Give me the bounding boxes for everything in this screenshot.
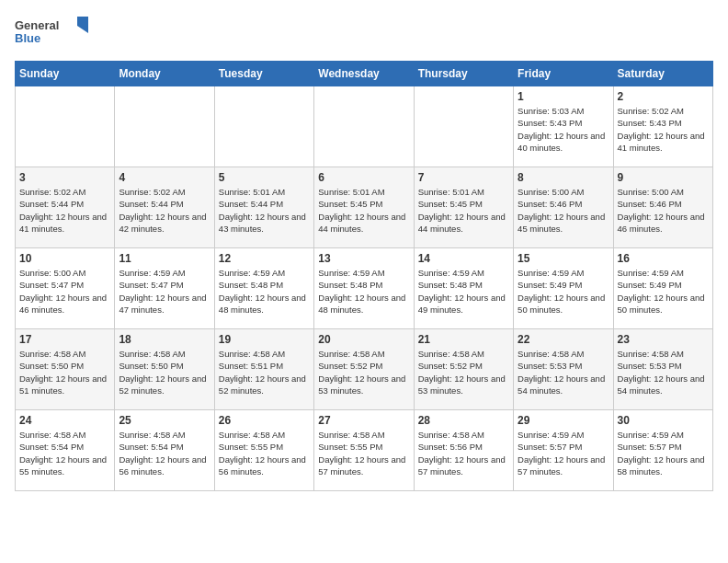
day-info: Sunrise: 4:58 AMSunset: 5:52 PMDaylight:… xyxy=(318,348,409,396)
day-number: 14 xyxy=(418,252,509,265)
day-info: Sunrise: 4:58 AMSunset: 5:54 PMDaylight:… xyxy=(19,429,110,477)
day-number: 24 xyxy=(19,414,110,427)
day-number: 26 xyxy=(219,414,310,427)
day-number: 5 xyxy=(219,171,310,184)
calendar-cell: 25Sunrise: 4:58 AMSunset: 5:54 PMDayligh… xyxy=(115,410,214,491)
calendar-cell: 6Sunrise: 5:01 AMSunset: 5:45 PMDaylight… xyxy=(314,167,414,248)
weekday-header-saturday: Saturday xyxy=(613,62,712,86)
day-number: 23 xyxy=(618,333,709,346)
logo-svg: General Blue xyxy=(15,15,88,50)
day-info: Sunrise: 4:59 AMSunset: 5:57 PMDaylight:… xyxy=(518,429,609,477)
day-number: 9 xyxy=(618,171,709,184)
calendar-cell: 15Sunrise: 4:59 AMSunset: 5:49 PMDayligh… xyxy=(514,248,613,329)
calendar-cell: 30Sunrise: 4:59 AMSunset: 5:57 PMDayligh… xyxy=(613,410,712,491)
calendar-cell: 18Sunrise: 4:58 AMSunset: 5:50 PMDayligh… xyxy=(115,329,214,410)
calendar-cell xyxy=(16,86,115,167)
calendar-cell: 21Sunrise: 4:58 AMSunset: 5:52 PMDayligh… xyxy=(414,329,513,410)
calendar-cell xyxy=(214,86,313,167)
day-info: Sunrise: 5:00 AMSunset: 5:47 PMDaylight:… xyxy=(19,267,110,316)
day-number: 30 xyxy=(618,414,709,427)
weekday-header-sunday: Sunday xyxy=(16,62,115,86)
day-info: Sunrise: 4:58 AMSunset: 5:53 PMDaylight:… xyxy=(518,348,609,396)
day-info: Sunrise: 4:59 AMSunset: 5:48 PMDaylight:… xyxy=(318,267,409,316)
day-info: Sunrise: 5:01 AMSunset: 5:44 PMDaylight:… xyxy=(219,186,310,235)
week-row-1: 1Sunrise: 5:03 AMSunset: 5:43 PMDaylight… xyxy=(16,86,713,167)
day-info: Sunrise: 4:58 AMSunset: 5:50 PMDaylight:… xyxy=(119,348,210,396)
week-row-4: 17Sunrise: 4:58 AMSunset: 5:50 PMDayligh… xyxy=(16,329,713,410)
day-info: Sunrise: 5:03 AMSunset: 5:43 PMDaylight:… xyxy=(518,105,609,154)
day-info: Sunrise: 4:58 AMSunset: 5:56 PMDaylight:… xyxy=(418,429,509,477)
weekday-header-tuesday: Tuesday xyxy=(214,62,313,86)
day-info: Sunrise: 4:59 AMSunset: 5:49 PMDaylight:… xyxy=(618,267,709,316)
day-info: Sunrise: 4:58 AMSunset: 5:50 PMDaylight:… xyxy=(19,348,110,396)
day-info: Sunrise: 4:59 AMSunset: 5:48 PMDaylight:… xyxy=(418,267,509,316)
calendar-cell: 27Sunrise: 4:58 AMSunset: 5:55 PMDayligh… xyxy=(314,410,414,491)
calendar: SundayMondayTuesdayWednesdayThursdayFrid… xyxy=(15,61,713,491)
weekday-header-friday: Friday xyxy=(514,62,613,86)
day-info: Sunrise: 4:58 AMSunset: 5:53 PMDaylight:… xyxy=(618,348,709,396)
day-info: Sunrise: 4:59 AMSunset: 5:48 PMDaylight:… xyxy=(219,267,310,316)
weekday-header-row: SundayMondayTuesdayWednesdayThursdayFrid… xyxy=(16,62,713,86)
day-number: 22 xyxy=(518,333,609,346)
calendar-cell: 10Sunrise: 5:00 AMSunset: 5:47 PMDayligh… xyxy=(16,248,115,329)
calendar-cell: 26Sunrise: 4:58 AMSunset: 5:55 PMDayligh… xyxy=(214,410,313,491)
logo: General Blue xyxy=(15,15,88,50)
calendar-cell: 3Sunrise: 5:02 AMSunset: 5:44 PMDaylight… xyxy=(16,167,115,248)
day-number: 2 xyxy=(618,90,709,103)
day-number: 7 xyxy=(418,171,509,184)
calendar-cell: 14Sunrise: 4:59 AMSunset: 5:48 PMDayligh… xyxy=(414,248,513,329)
day-info: Sunrise: 4:58 AMSunset: 5:51 PMDaylight:… xyxy=(219,348,310,396)
calendar-cell: 2Sunrise: 5:02 AMSunset: 5:43 PMDaylight… xyxy=(613,86,712,167)
calendar-cell: 20Sunrise: 4:58 AMSunset: 5:52 PMDayligh… xyxy=(314,329,414,410)
calendar-cell: 24Sunrise: 4:58 AMSunset: 5:54 PMDayligh… xyxy=(16,410,115,491)
day-number: 19 xyxy=(219,333,310,346)
calendar-cell: 13Sunrise: 4:59 AMSunset: 5:48 PMDayligh… xyxy=(314,248,414,329)
day-number: 25 xyxy=(119,414,210,427)
calendar-cell: 1Sunrise: 5:03 AMSunset: 5:43 PMDaylight… xyxy=(514,86,613,167)
svg-text:Blue: Blue xyxy=(15,31,40,45)
svg-text:General: General xyxy=(15,18,59,32)
week-row-3: 10Sunrise: 5:00 AMSunset: 5:47 PMDayligh… xyxy=(16,248,713,329)
day-number: 27 xyxy=(318,414,409,427)
calendar-cell: 28Sunrise: 4:58 AMSunset: 5:56 PMDayligh… xyxy=(414,410,513,491)
day-info: Sunrise: 5:02 AMSunset: 5:44 PMDaylight:… xyxy=(19,186,110,235)
day-number: 29 xyxy=(518,414,609,427)
day-info: Sunrise: 5:01 AMSunset: 5:45 PMDaylight:… xyxy=(418,186,509,235)
svg-marker-2 xyxy=(77,17,88,33)
calendar-cell: 11Sunrise: 4:59 AMSunset: 5:47 PMDayligh… xyxy=(115,248,214,329)
weekday-header-monday: Monday xyxy=(115,62,214,86)
calendar-cell: 17Sunrise: 4:58 AMSunset: 5:50 PMDayligh… xyxy=(16,329,115,410)
day-info: Sunrise: 4:58 AMSunset: 5:54 PMDaylight:… xyxy=(119,429,210,477)
day-info: Sunrise: 4:58 AMSunset: 5:52 PMDaylight:… xyxy=(418,348,509,396)
calendar-cell: 16Sunrise: 4:59 AMSunset: 5:49 PMDayligh… xyxy=(613,248,712,329)
day-number: 8 xyxy=(518,171,609,184)
calendar-cell: 7Sunrise: 5:01 AMSunset: 5:45 PMDaylight… xyxy=(414,167,513,248)
week-row-5: 24Sunrise: 4:58 AMSunset: 5:54 PMDayligh… xyxy=(16,410,713,491)
week-row-2: 3Sunrise: 5:02 AMSunset: 5:44 PMDaylight… xyxy=(16,167,713,248)
day-info: Sunrise: 5:00 AMSunset: 5:46 PMDaylight:… xyxy=(618,186,709,235)
day-number: 12 xyxy=(219,252,310,265)
calendar-cell: 29Sunrise: 4:59 AMSunset: 5:57 PMDayligh… xyxy=(514,410,613,491)
day-info: Sunrise: 4:58 AMSunset: 5:55 PMDaylight:… xyxy=(219,429,310,477)
day-info: Sunrise: 5:02 AMSunset: 5:44 PMDaylight:… xyxy=(119,186,210,235)
calendar-cell xyxy=(414,86,513,167)
calendar-cell: 12Sunrise: 4:59 AMSunset: 5:48 PMDayligh… xyxy=(214,248,313,329)
day-info: Sunrise: 4:59 AMSunset: 5:47 PMDaylight:… xyxy=(119,267,210,316)
calendar-cell: 19Sunrise: 4:58 AMSunset: 5:51 PMDayligh… xyxy=(214,329,313,410)
page-header: General Blue xyxy=(15,15,713,50)
calendar-cell: 8Sunrise: 5:00 AMSunset: 5:46 PMDaylight… xyxy=(514,167,613,248)
calendar-cell: 23Sunrise: 4:58 AMSunset: 5:53 PMDayligh… xyxy=(613,329,712,410)
day-info: Sunrise: 4:59 AMSunset: 5:57 PMDaylight:… xyxy=(618,429,709,477)
day-number: 13 xyxy=(318,252,409,265)
day-info: Sunrise: 5:01 AMSunset: 5:45 PMDaylight:… xyxy=(318,186,409,235)
day-number: 4 xyxy=(119,171,210,184)
day-number: 6 xyxy=(318,171,409,184)
calendar-cell xyxy=(115,86,214,167)
calendar-cell: 9Sunrise: 5:00 AMSunset: 5:46 PMDaylight… xyxy=(613,167,712,248)
day-number: 21 xyxy=(418,333,509,346)
weekday-header-thursday: Thursday xyxy=(414,62,513,86)
day-info: Sunrise: 5:00 AMSunset: 5:46 PMDaylight:… xyxy=(518,186,609,235)
day-number: 17 xyxy=(19,333,110,346)
day-number: 15 xyxy=(518,252,609,265)
day-number: 1 xyxy=(518,90,609,103)
